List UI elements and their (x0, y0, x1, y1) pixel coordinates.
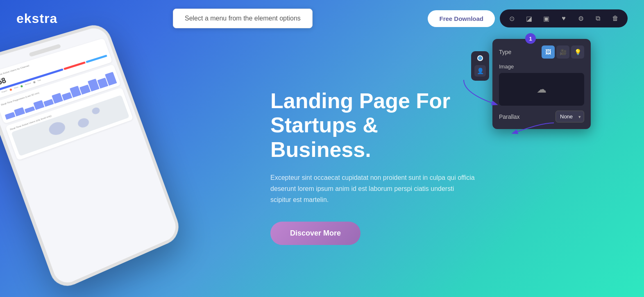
map-blob-1 (48, 120, 67, 137)
phone-wrapper: Real-Time Active Users by Channel 158 Or… (12, 33, 266, 287)
discover-more-button[interactable]: Discover More (270, 222, 361, 245)
hero-section: ekstra Select a menu from the element op… (0, 0, 644, 297)
logo: ekstra (16, 11, 57, 26)
toolbar-crop-icon[interactable]: ◪ (524, 13, 535, 24)
panel-box: Type 🖼 🎥 💡 Image ☁ Parallax None (492, 39, 591, 129)
toolbar-dark: ⊙ ◪ ▣ ♥ ⚙ ⧉ 🗑 (500, 9, 628, 27)
legend-dot-direct (9, 88, 12, 91)
parallax-select[interactable]: None Up Down Fixed (556, 111, 584, 122)
parallax-row: Parallax None Up Down Fixed (499, 111, 584, 122)
phone-mockup: Real-Time Active Users by Channel 158 Or… (0, 21, 183, 292)
float-dot (477, 55, 483, 61)
upload-cloud-icon: ☁ (537, 84, 546, 95)
toolbar-circle-icon[interactable]: ⊙ (506, 13, 518, 24)
topbar-right: Free Download ⊙ ◪ ▣ ♥ ⚙ ⧉ 🗑 (428, 9, 628, 27)
annotation-1: 1 (525, 33, 536, 44)
toolbar-gear-icon[interactable]: ⚙ (575, 13, 587, 24)
image-upload-area[interactable]: ☁ (499, 73, 584, 106)
parallax-label: Parallax (499, 113, 520, 120)
hero-title: Landing Page For Startups & Business. (270, 89, 475, 162)
free-download-button[interactable]: Free Download (428, 10, 495, 27)
menu-hint-box: Select a menu from the element options (173, 9, 313, 28)
toolbar-square-icon[interactable]: ▣ (541, 13, 552, 24)
toolbar-trash-icon[interactable]: 🗑 (610, 13, 621, 24)
type-image-btn[interactable]: 🖼 (542, 45, 555, 59)
hero-text: Landing Page For Startups & Business. Ex… (270, 89, 475, 245)
toolbar-heart-icon[interactable]: ♥ (558, 13, 569, 24)
floating-panel: 👤 Type 🖼 🎥 💡 Image ☁ Parallax (492, 39, 591, 129)
hero-subtitle: Excepteur sint occaecat cupidatat non pr… (270, 172, 475, 206)
map-blob-2 (77, 117, 90, 129)
type-label: Type (499, 49, 511, 55)
parallax-select-wrapper: None Up Down Fixed (556, 111, 584, 122)
legend-dot-referral (20, 85, 23, 87)
phone-screen: Real-Time Active Users by Channel 158 Or… (0, 25, 179, 287)
type-icons: 🖼 🎥 💡 (542, 45, 584, 59)
person-icon[interactable]: 👤 (474, 65, 486, 77)
map-blob-3 (91, 107, 100, 115)
image-label: Image (499, 63, 584, 70)
type-video-btn[interactable]: 🎥 (556, 45, 569, 59)
menu-hint-text: Select a menu from the element options (185, 15, 301, 22)
type-gradient-btn[interactable]: 💡 (571, 45, 584, 59)
topbar: ekstra Select a menu from the element op… (0, 0, 644, 37)
legend-dot-total (33, 81, 36, 84)
toolbar-copy-icon[interactable]: ⧉ (592, 13, 604, 24)
panel-type-row: Type 🖼 🎥 💡 (499, 45, 584, 59)
